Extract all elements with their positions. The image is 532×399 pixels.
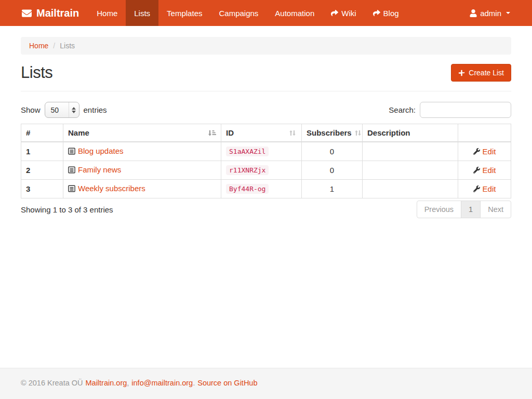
search-label: Search: [389,105,416,114]
actions-cell: Edit [458,142,511,161]
create-list-button[interactable]: Create List [451,64,511,82]
column-header-name[interactable]: Name [63,124,221,142]
entries-label: entries [84,105,107,114]
page-footer: © 2016 Kreata OÜMailtrain.org,info@mailt… [0,368,532,399]
copyright-text: © 2016 Kreata OÜ [21,379,83,387]
main-content: Home / Lists Lists Create List Show 50 e… [0,26,532,368]
sort-both-icon [288,129,297,137]
share-icon [373,9,380,17]
footer-link-github[interactable]: Source on GitHub [197,379,257,387]
wrench-icon [473,185,480,192]
list-name-link[interactable]: Weekly subscribers [68,184,145,193]
brand-logo[interactable]: Mailtrain [21,0,79,26]
envelope-icon [21,8,33,18]
column-header-id[interactable]: ID [221,124,302,142]
list-icon [68,185,75,192]
breadcrumb: Home / Lists [21,37,511,55]
header-divider [21,91,511,91]
actions-cell: Edit [458,180,511,198]
list-id-cell: Byf44R-og [221,180,302,198]
pagination-page-1[interactable]: 1 [461,201,481,218]
list-name-label: Weekly subscribers [78,184,145,193]
subscribers-count: 1 [302,180,363,198]
column-header-num: # [21,124,63,142]
list-name-label: Blog updates [78,147,124,155]
select-arrows-icon [69,102,79,117]
search-control: Search: [389,102,511,118]
page-length-value: 50 [51,106,59,114]
column-header-description: Description [363,124,458,142]
list-id: Byf44R-og [226,184,269,194]
nav-item-label: Blog [383,9,399,18]
nav-item-wiki[interactable]: Wiki [323,0,364,26]
breadcrumb-current: Lists [60,42,75,50]
description-cell [363,161,458,180]
table-row: 3 Weekly subscribers Byf44R-og 1 Edit [21,180,511,198]
edit-label: Edit [483,147,496,156]
user-menu[interactable]: admin [469,0,511,26]
chevron-down-icon [506,12,510,14]
footer-separator: . [193,379,195,387]
table-row: 2 Family news r11XNRZjx 0 Edit [21,161,511,180]
edit-label: Edit [483,184,496,193]
list-id-cell: r11XNRZjx [221,161,302,180]
show-label: Show [21,105,41,114]
edit-link[interactable]: Edit [473,166,496,175]
breadcrumb-divider: / [53,42,55,50]
edit-link[interactable]: Edit [473,184,496,193]
table-row: 1 Blog updates S1aAXAZil 0 Edit [21,142,511,161]
sort-ascending-icon [207,129,216,137]
share-icon [331,9,338,17]
nav-item-templates[interactable]: Templates [158,0,210,26]
plus-icon [458,70,465,76]
list-name-link[interactable]: Family news [68,165,121,174]
pagination-previous[interactable]: Previous [417,201,461,218]
list-name-cell: Weekly subscribers [63,180,221,198]
description-cell [363,142,458,161]
search-input[interactable] [420,102,511,118]
column-header-actions [458,124,511,142]
row-number: 2 [21,161,63,180]
nav-item-home[interactable]: Home [88,0,126,26]
list-id: r11XNRZjx [226,165,269,175]
create-list-label: Create List [469,69,504,77]
page-length-select[interactable]: 50 [45,102,79,118]
list-id: S1aAXAZil [226,147,269,156]
user-name: admin [480,9,501,18]
list-icon [68,166,75,174]
list-name-cell: Family news [63,161,221,180]
list-name-label: Family news [78,165,121,174]
edit-link[interactable]: Edit [473,147,496,156]
wrench-icon [473,148,480,155]
row-number: 3 [21,180,63,198]
list-id-cell: S1aAXAZil [221,142,302,161]
nav-item-blog[interactable]: Blog [365,0,407,26]
footer-link-mailtrain[interactable]: Mailtrain.org [86,379,127,387]
entries-summary: Showing 1 to 3 of 3 entries [21,201,113,214]
list-name-cell: Blog updates [63,142,221,161]
nav-item-lists[interactable]: Lists [126,0,158,26]
wrench-icon [473,167,480,174]
pagination: Previous 1 Next [417,201,511,218]
footer-separator: , [127,379,129,387]
breadcrumb-home-link[interactable]: Home [29,42,48,50]
nav-item-campaigns[interactable]: Campaigns [210,0,267,26]
page-length-control: Show 50 entries [21,102,107,118]
nav-item-automation[interactable]: Automation [267,0,323,26]
description-cell [363,180,458,198]
navbar: Mailtrain Home Lists Templates Campaigns… [0,0,532,26]
column-header-subscribers[interactable]: Subscribers [302,124,363,142]
subscribers-count: 0 [302,161,363,180]
row-number: 1 [21,142,63,161]
lists-table: # Name ID Subscribers [21,124,511,198]
nav-item-label: Wiki [341,9,356,18]
sort-both-icon [354,129,362,137]
pagination-next[interactable]: Next [481,201,511,218]
footer-link-email[interactable]: info@mailtrain.org [131,379,193,387]
edit-label: Edit [483,166,496,175]
list-name-link[interactable]: Blog updates [68,147,124,155]
table-header-row: # Name ID Subscribers [21,124,511,142]
user-icon [470,9,477,17]
actions-cell: Edit [458,161,511,180]
list-icon [68,148,75,155]
